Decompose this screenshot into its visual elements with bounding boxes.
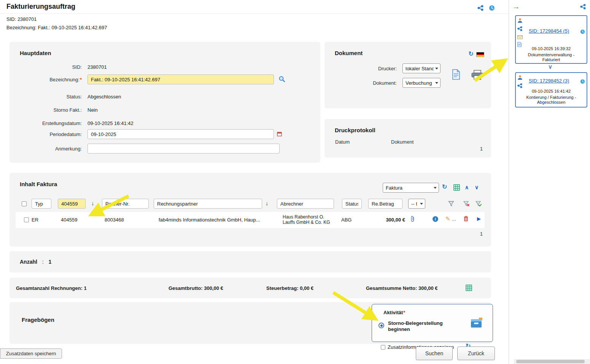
sid-link[interactable]: SID: 17298454 (5) [529,28,569,34]
filter-clear-icon[interactable] [463,201,470,208]
history-clock-icon[interactable] [489,5,495,13]
drucker-label: Drucker: [324,66,397,71]
drucker-select[interactable]: lokaler Standard [402,63,441,73]
cell-partner-nr: 8003468 [105,217,124,223]
open-row-arrow-icon[interactable]: ▶ [477,216,481,221]
chevron-down-icon: ∨ [548,64,552,70]
search-icon[interactable] [278,76,285,83]
info-icon[interactable]: i [433,216,438,222]
zusatzdaten-speichern-button[interactable]: Zusatzdaten speichern [0,348,62,359]
envelope-icon [517,34,523,41]
hauptdaten-panel: Hauptdaten SID: 2380701 Bezeichnung:* St… [10,42,320,163]
chevron-down-icon [435,68,438,70]
history-card[interactable]: SID: 17298452 (3) 09-10-2025 16:41:42 Ko… [515,72,587,108]
filter-rebetrag-input[interactable] [368,199,402,209]
dokument-panel: Dokument ↻ Drucker: lokaler Standard Dok… [324,42,491,108]
filter-funnel-icon[interactable] [448,201,454,208]
druckprotokoll-page-count: 1 [480,146,483,152]
table-grid-icon[interactable] [453,184,460,192]
dokument-select[interactable]: Verbuchung [402,78,441,88]
card-desc-line2: Fakturiert [516,57,587,62]
chevron-down-icon[interactable]: ∨ [475,185,479,190]
cell-betrag: 300,00 € [367,217,405,223]
printer-icon[interactable] [471,70,484,81]
anzahl-label: Anzahl [20,259,37,265]
chevron-up-icon[interactable]: ∧ [465,185,469,190]
paperclip-icon[interactable] [410,215,415,224]
periodedatum-input[interactable] [87,129,274,139]
storno-option-label[interactable]: Storno-Belegerstellungbeginnen [388,320,443,332]
cell-typ: ER [32,217,38,223]
sort-desc-icon[interactable]: ↓ [91,200,94,206]
chevron-down-icon [434,187,437,189]
dokument-select-value: Verbuchung [406,80,434,86]
sid-row: SID: 2380701 [10,62,107,72]
steuerbetrag: Steuerbetrag: 0,00 € [266,285,313,291]
erstellungsdatum-row: Erstellungsdatum: 09-10-2025 16:41:42 [10,118,134,128]
chevron-down-icon [435,82,438,84]
card-desc-line2: Abgeschlossen [516,100,587,104]
anzahl-colon: : [42,259,44,265]
required-mark: * [403,310,405,315]
filter-apply-icon[interactable] [475,201,482,208]
zusatzinformationen-checkbox[interactable] [381,345,385,350]
bezeichnung-label: Bezeichnung:* [10,77,82,82]
page-header: Fakturierungsauftrag [0,0,509,14]
filter-select-value: -- I [411,201,418,207]
storno-radio[interactable] [378,323,384,328]
calendar-icon[interactable] [277,131,282,137]
delete-trash-icon[interactable] [464,216,468,223]
suchen-button[interactable]: Suchen [416,347,453,360]
cell-nr: 404559 [61,217,77,223]
filter-typ-input[interactable] [32,199,51,209]
sort-desc-icon[interactable]: ↓ [266,200,269,206]
anmerkung-label: Anmerkung: [10,146,82,152]
row-checkbox[interactable] [24,217,29,222]
history-card[interactable]: SID: 17298454 (5) 09-10-2025 16:39:32 Do… [515,15,587,64]
german-flag-icon[interactable] [476,52,484,57]
chevron-down-icon [420,203,423,205]
filter-partner-nr-input[interactable] [102,199,149,209]
druckprotokoll-panel: Druckprotokoll Datum Dokument 1 [324,119,491,158]
sid-label: SID: [10,64,82,70]
scrollbar-thumb[interactable] [516,360,585,363]
clock-icon[interactable] [580,29,585,36]
storno-fakt-value: Nein [87,107,98,113]
share-icon[interactable] [580,4,586,11]
status-row: Status: Abgeschlossen [10,91,121,102]
select-all-checkbox[interactable] [22,201,27,206]
filter-nr-input[interactable] [58,199,86,209]
sid-link[interactable]: SID: 17298452 (3) [529,78,569,84]
forward-arrow-icon[interactable]: → [512,3,520,10]
cell-rechnungspartner: fab4minds Informationstechnik GmbH, Haup… [159,217,260,223]
status-value: Abgeschlossen [87,94,121,100]
inhalt-page-count: 1 [480,231,483,237]
filter-abrechner-input[interactable] [277,199,334,209]
filter-select[interactable]: -- I [408,199,425,209]
document-preview-icon[interactable] [452,69,460,81]
anmerkung-row: Anmerkung: [10,143,280,154]
anzahl-value: 1 [49,259,52,265]
calculator-icon[interactable] [466,285,472,293]
share-icon[interactable] [477,5,483,13]
bezeichnung-input[interactable] [87,74,274,84]
anzahl-panel: Anzahl : 1 [10,251,491,272]
gesamtanzahl-rechnungen: Gesamtanzahl Rechnungen: 1 [16,285,87,291]
sid-value: 2380701 [87,64,107,70]
filter-rechnungspartner-input[interactable] [154,199,262,209]
refresh-icon[interactable]: ↻ [469,51,474,57]
inhalt-faktura-title: Inhalt Faktura [20,181,57,187]
anmerkung-input[interactable] [87,144,280,154]
required-mark: * [80,77,82,82]
more-options[interactable]: ... [452,216,456,222]
view-select[interactable]: Faktura [383,183,439,193]
cell-status: ABG [341,217,351,223]
share-icon [517,26,523,33]
erstellungsdatum-value: 09-10-2025 16:41:42 [87,120,134,126]
horizontal-scrollbar[interactable] [514,359,590,364]
zurueck-button[interactable]: Zurück [457,347,495,360]
refresh-icon[interactable]: ↻ [442,184,447,190]
edit-pencil-icon[interactable]: ✎ [445,216,450,222]
filter-status-input[interactable] [342,199,362,209]
clock-icon[interactable] [580,79,585,85]
